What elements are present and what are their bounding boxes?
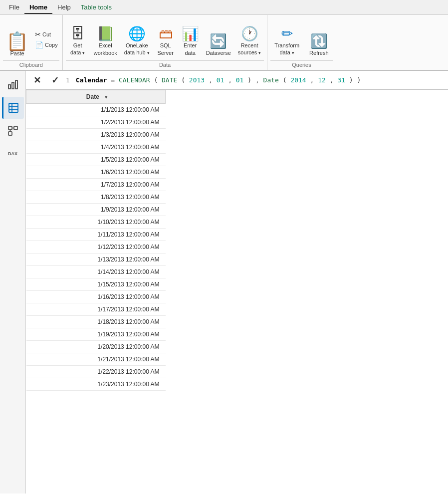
recent-sources-button[interactable]: 🕐 Recentsources ▾: [235, 25, 264, 58]
transform-data-button[interactable]: ✏ Transformdata ▾: [270, 25, 303, 58]
menu-help[interactable]: Help: [52, 1, 76, 13]
queries-label: Queries: [270, 60, 332, 70]
table-row[interactable]: 1/20/2013 12:00:00 AM: [26, 341, 166, 353]
chart-icon: [7, 79, 19, 91]
date-cell: 1/3/2013 12:00:00 AM: [26, 129, 166, 141]
get-data-button[interactable]: 🗄 Getdata ▾: [66, 25, 90, 58]
formula-num3: 01: [236, 76, 244, 84]
excel-workbook-button[interactable]: 📗 Excelworkbook: [91, 25, 120, 58]
onelake-label: OneLakedata hub ▾: [124, 42, 150, 56]
recent-sources-icon: 🕐: [241, 27, 258, 41]
sidebar-icon-report[interactable]: [2, 74, 24, 96]
date-cell: 1/14/2013 12:00:00 AM: [26, 266, 166, 278]
copy-button[interactable]: 📄 Copy: [33, 40, 59, 49]
table-row[interactable]: 1/10/2013 12:00:00 AM: [26, 216, 166, 229]
svg-rect-2: [15, 80, 17, 89]
cut-label: Cut: [42, 31, 51, 37]
table-row[interactable]: 1/7/2013 12:00:00 AM: [26, 179, 166, 191]
table-row[interactable]: 1/5/2013 12:00:00 AM: [26, 154, 166, 166]
table-row[interactable]: 1/22/2013 12:00:00 AM: [26, 366, 166, 378]
date-cell: 1/12/2013 12:00:00 AM: [26, 241, 166, 253]
table-row[interactable]: 1/15/2013 12:00:00 AM: [26, 278, 166, 291]
table-area: Date ▾ 1/1/2013 12:00:00 AM1/2/2013 12:0…: [26, 90, 448, 494]
refresh-icon: 🔃: [310, 34, 328, 48]
table-row[interactable]: 1/16/2013 12:00:00 AM: [26, 291, 166, 303]
date-cell: 1/22/2013 12:00:00 AM: [26, 366, 166, 378]
data-section-label: Data: [66, 60, 264, 70]
formula-num2: 01: [217, 76, 224, 84]
date-cell: 1/18/2013 12:00:00 AM: [26, 316, 166, 328]
date-cell: 1/8/2013 12:00:00 AM: [26, 191, 166, 204]
table-row[interactable]: 1/12/2013 12:00:00 AM: [26, 241, 166, 253]
formula-num6: 31: [337, 76, 345, 84]
formula-confirm-button[interactable]: ✓: [48, 73, 62, 87]
menu-home[interactable]: Home: [24, 1, 52, 14]
table-row[interactable]: 1/3/2013 12:00:00 AM: [26, 129, 166, 141]
table-row[interactable]: 1/23/2013 12:00:00 AM: [26, 378, 166, 391]
date-cell: 1/20/2013 12:00:00 AM: [26, 341, 166, 353]
date-cell: 1/21/2013 12:00:00 AM: [26, 353, 166, 366]
table-row[interactable]: 1/9/2013 12:00:00 AM: [26, 204, 166, 216]
onelake-button[interactable]: 🌐 OneLakedata hub ▾: [121, 25, 153, 58]
menu-table-tools[interactable]: Table tools: [76, 1, 117, 13]
table-row[interactable]: 1/13/2013 12:00:00 AM: [26, 253, 166, 266]
date-cell: 1/5/2013 12:00:00 AM: [26, 154, 166, 166]
table-row[interactable]: 1/17/2013 12:00:00 AM: [26, 303, 166, 316]
table-row[interactable]: 1/11/2013 12:00:00 AM: [26, 229, 166, 241]
table-row[interactable]: 1/2/2013 12:00:00 AM: [26, 116, 166, 129]
table-row[interactable]: 1/1/2013 12:00:00 AM: [26, 104, 166, 116]
date-cell: 1/17/2013 12:00:00 AM: [26, 303, 166, 316]
formula-paren5: ): [349, 76, 353, 84]
formula-func3: Date: [263, 76, 279, 84]
paste-button[interactable]: 📋 Paste: [3, 30, 31, 58]
dataverse-label: Dataverse: [206, 49, 231, 56]
onelake-icon: 🌐: [128, 27, 146, 41]
formula-comma1: ,: [209, 76, 213, 84]
date-column-header[interactable]: Date ▾: [26, 90, 166, 104]
date-cell: 1/6/2013 12:00:00 AM: [26, 166, 166, 179]
date-cell: 1/15/2013 12:00:00 AM: [26, 278, 166, 291]
dataverse-button[interactable]: 🔄 Dataverse: [203, 32, 234, 58]
cut-button[interactable]: ✂ Cut: [33, 30, 59, 39]
copy-icon: 📄: [35, 41, 43, 49]
transform-icon: ✏: [281, 27, 293, 41]
recent-sources-label: Recentsources ▾: [238, 42, 261, 56]
formula-bar: ✕ ✓ 1 Calendar = CALENDAR ( DATE ( 2013 …: [26, 71, 448, 90]
menu-file[interactable]: File: [4, 1, 24, 13]
date-col-arrow[interactable]: ▾: [105, 94, 107, 100]
table-row[interactable]: 1/14/2013 12:00:00 AM: [26, 266, 166, 278]
transform-label: Transformdata ▾: [274, 42, 299, 56]
date-cell: 1/11/2013 12:00:00 AM: [26, 229, 166, 241]
sidebar-icon-dax[interactable]: DAX: [2, 143, 24, 165]
formula-comma5: ,: [330, 76, 334, 84]
formula-num4: 2014: [290, 76, 306, 84]
table-row[interactable]: 1/6/2013 12:00:00 AM: [26, 166, 166, 179]
table-row[interactable]: 1/18/2013 12:00:00 AM: [26, 316, 166, 328]
table-row[interactable]: 1/21/2013 12:00:00 AM: [26, 353, 166, 366]
table-row[interactable]: 1/4/2013 12:00:00 AM: [26, 141, 166, 154]
svg-rect-3: [9, 103, 18, 112]
formula-comma2: ,: [228, 76, 232, 84]
table-icon: [8, 102, 19, 113]
date-cell: 1/13/2013 12:00:00 AM: [26, 253, 166, 266]
enter-data-icon: 📊: [182, 27, 199, 41]
svg-rect-9: [8, 132, 12, 135]
copy-label: Copy: [45, 42, 58, 48]
formula-cancel-button[interactable]: ✕: [30, 73, 44, 87]
date-cell: 1/23/2013 12:00:00 AM: [26, 378, 166, 391]
enter-data-button[interactable]: 📊 Enterdata: [179, 25, 202, 58]
clipboard-label: Clipboard: [3, 60, 59, 70]
formula-content[interactable]: Calendar = CALENDAR ( DATE ( 2013 , 01 ,…: [76, 76, 444, 84]
dataverse-icon: 🔄: [210, 34, 227, 48]
sidebar-icon-model[interactable]: [2, 120, 24, 142]
sql-server-button[interactable]: 🗃 SQLServer: [154, 25, 178, 58]
formula-num5: 12: [318, 76, 326, 84]
svg-rect-1: [12, 82, 14, 89]
table-row[interactable]: 1/8/2013 12:00:00 AM: [26, 191, 166, 204]
date-cell: 1/4/2013 12:00:00 AM: [26, 141, 166, 154]
refresh-button[interactable]: 🔃 Refresh: [305, 32, 333, 58]
date-cell: 1/16/2013 12:00:00 AM: [26, 291, 166, 303]
formula-paren4: (: [283, 76, 287, 84]
table-row[interactable]: 1/19/2013 12:00:00 AM: [26, 328, 166, 341]
sidebar-icon-table[interactable]: [2, 97, 24, 119]
